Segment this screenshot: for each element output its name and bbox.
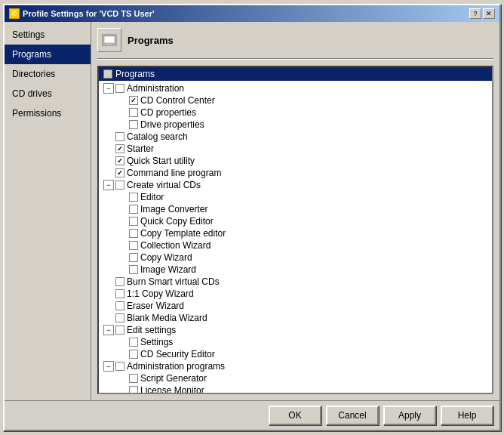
- programs-icon: [102, 32, 117, 48]
- tree-item-eraser-wizard[interactable]: Eraser Wizard: [99, 300, 492, 312]
- tree-item-command-line-program[interactable]: Command line program: [99, 167, 492, 179]
- section-header: Programs: [97, 28, 493, 52]
- svg-rect-1: [104, 36, 115, 43]
- checkbox-cd-security-editor[interactable]: [129, 350, 138, 359]
- section-icon: [97, 28, 121, 52]
- label-starter: Starter: [127, 143, 154, 154]
- checkbox-cd-control-center[interactable]: [129, 96, 138, 105]
- label-command-line-program: Command line program: [127, 168, 221, 178]
- tree-item-quick-start-utility[interactable]: Quick Start utility: [99, 155, 492, 167]
- tree-item-1to1-copy-wizard[interactable]: 1:1 Copy Wizard: [99, 288, 492, 300]
- checkbox-1to1-copy-wizard[interactable]: [115, 289, 124, 298]
- tree-item-blank-media-wizard[interactable]: Blank Media Wizard: [99, 312, 492, 324]
- sidebar-item-settings[interactable]: Settings: [5, 25, 91, 45]
- sidebar-item-directories[interactable]: Directories: [5, 64, 91, 84]
- tree-item-settings-item[interactable]: Settings: [99, 336, 492, 348]
- tree-item-copy-wizard[interactable]: Copy Wizard: [99, 251, 492, 264]
- label-create-virtual-cds: Create virtual CDs: [127, 180, 201, 190]
- sidebar-label-cd-drives: CD drives: [12, 88, 52, 99]
- expand-btn-edit-settings[interactable]: −: [103, 325, 114, 335]
- label-edit-settings: Edit settings: [127, 325, 176, 335]
- tree-item-script-generator[interactable]: Script Generator: [99, 372, 492, 384]
- sidebar-item-programs[interactable]: Programs: [5, 45, 91, 64]
- tree-item-drive-properties[interactable]: Drive properties: [99, 119, 492, 131]
- sidebar-label-directories: Directories: [12, 69, 55, 79]
- sidebar: Settings Programs Directories CD drives …: [5, 22, 91, 400]
- checkbox-script-generator[interactable]: [129, 374, 138, 383]
- help-button[interactable]: ?: [469, 8, 481, 19]
- label-administration: Administration: [127, 83, 184, 94]
- tree-item-administration[interactable]: −Administration: [99, 82, 492, 94]
- separator: [97, 58, 493, 60]
- apply-button[interactable]: Apply: [383, 406, 436, 425]
- help-btn[interactable]: Help: [441, 406, 493, 425]
- main-window: ⚙ Profile Settings for 'VCD TS User' ? ✕…: [3, 4, 501, 431]
- section-title: Programs: [128, 35, 174, 46]
- checkbox-image-converter[interactable]: [129, 205, 138, 214]
- tree-item-administration-programs[interactable]: −Administration programs: [99, 360, 492, 372]
- tree-header: Programs: [99, 67, 492, 81]
- checkbox-collection-wizard[interactable]: [129, 241, 138, 250]
- checkbox-eraser-wizard[interactable]: [115, 301, 124, 310]
- tree-item-license-monitor[interactable]: License Monitor: [99, 384, 492, 394]
- checkbox-create-virtual-cds[interactable]: [115, 180, 124, 190]
- checkbox-cd-properties[interactable]: [129, 108, 138, 117]
- expand-btn-create-virtual-cds[interactable]: −: [103, 180, 114, 190]
- tree-item-burn-smart-virtual-cds[interactable]: Burn Smart virtual CDs: [99, 276, 492, 288]
- checkbox-command-line-program[interactable]: [115, 168, 124, 177]
- tree-item-editor[interactable]: Editor: [99, 191, 492, 203]
- checkbox-copy-wizard[interactable]: [129, 253, 138, 262]
- label-image-wizard: Image Wizard: [140, 264, 196, 275]
- tree-item-cd-properties[interactable]: CD properties: [99, 106, 492, 119]
- checkbox-quick-copy-editor[interactable]: [129, 217, 138, 226]
- label-catalog-search: Catalog search: [127, 131, 188, 142]
- checkbox-license-monitor[interactable]: [129, 386, 138, 394]
- checkbox-edit-settings[interactable]: [115, 325, 124, 335]
- tree-item-starter[interactable]: Starter: [99, 143, 492, 155]
- tree-item-copy-template-editor[interactable]: Copy Template editor: [99, 227, 492, 239]
- label-image-converter: Image Converter: [140, 204, 207, 214]
- sidebar-item-cd-drives[interactable]: CD drives: [5, 84, 91, 103]
- checkbox-administration-programs[interactable]: [115, 362, 124, 371]
- label-1to1-copy-wizard: 1:1 Copy Wizard: [127, 288, 194, 299]
- sidebar-label-permissions: Permissions: [12, 108, 61, 119]
- checkbox-settings-item[interactable]: [129, 338, 138, 347]
- tree-item-catalog-search[interactable]: Catalog search: [99, 131, 492, 143]
- checkbox-blank-media-wizard[interactable]: [115, 313, 124, 322]
- sidebar-item-permissions[interactable]: Permissions: [5, 103, 91, 123]
- close-button[interactable]: ✕: [483, 8, 495, 19]
- tree-item-create-virtual-cds[interactable]: −Create virtual CDs: [99, 179, 492, 191]
- tree-item-cd-control-center[interactable]: CD Control Center: [99, 94, 492, 106]
- tree-container[interactable]: Programs −AdministrationCD Control Cente…: [97, 66, 493, 394]
- expand-btn-administration[interactable]: −: [103, 83, 114, 94]
- tree-body: −AdministrationCD Control CenterCD prope…: [99, 81, 492, 394]
- label-cd-properties: CD properties: [140, 107, 196, 118]
- tree-header-icon: [103, 69, 112, 79]
- checkbox-copy-template-editor[interactable]: [129, 229, 138, 238]
- checkbox-catalog-search[interactable]: [115, 132, 124, 141]
- content-area: Settings Programs Directories CD drives …: [5, 22, 499, 400]
- checkbox-burn-smart-virtual-cds[interactable]: [115, 277, 124, 286]
- cancel-button[interactable]: Cancel: [326, 406, 379, 425]
- checkbox-editor[interactable]: [129, 193, 138, 202]
- checkbox-administration[interactable]: [115, 84, 124, 93]
- tree-item-edit-settings[interactable]: −Edit settings: [99, 324, 492, 336]
- title-controls: ? ✕: [469, 8, 495, 19]
- checkbox-starter[interactable]: [115, 144, 124, 153]
- tree-item-image-converter[interactable]: Image Converter: [99, 203, 492, 215]
- title-bar-left: ⚙ Profile Settings for 'VCD TS User': [9, 8, 155, 19]
- tree-item-collection-wizard[interactable]: Collection Wizard: [99, 239, 492, 251]
- checkbox-quick-start-utility[interactable]: [115, 156, 124, 165]
- label-copy-wizard: Copy Wizard: [140, 252, 192, 263]
- label-drive-properties: Drive properties: [140, 119, 204, 130]
- checkbox-drive-properties[interactable]: [129, 120, 138, 129]
- checkbox-image-wizard[interactable]: [129, 265, 138, 274]
- window-icon: ⚙: [9, 8, 20, 19]
- tree-item-cd-security-editor[interactable]: CD Security Editor: [99, 348, 492, 360]
- expand-btn-administration-programs[interactable]: −: [103, 361, 114, 372]
- label-collection-wizard: Collection Wizard: [140, 240, 211, 251]
- label-eraser-wizard: Eraser Wizard: [127, 301, 184, 311]
- tree-item-image-wizard[interactable]: Image Wizard: [99, 264, 492, 276]
- tree-item-quick-copy-editor[interactable]: Quick Copy Editor: [99, 215, 492, 227]
- ok-button[interactable]: OK: [269, 406, 321, 425]
